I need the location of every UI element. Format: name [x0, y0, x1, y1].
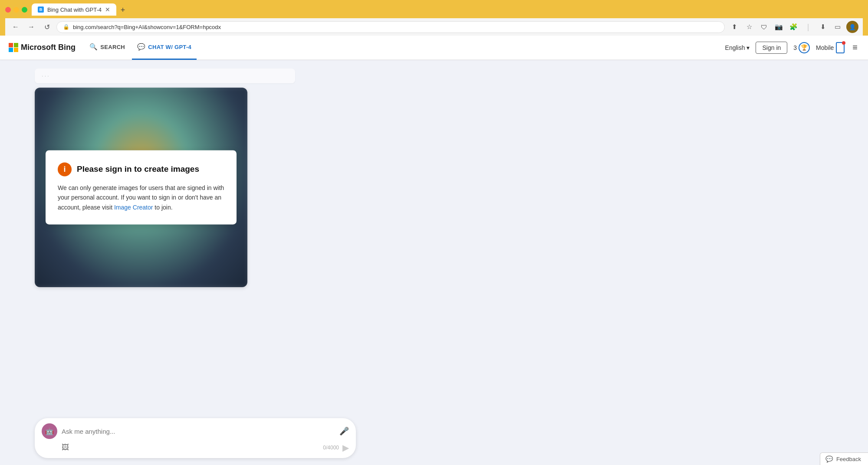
active-tab[interactable]: B Bing Chat with GPT-4 ✕: [32, 3, 116, 16]
header-right: English ▾ Sign in 3 🏆 Mobile ≡: [725, 41, 859, 54]
tab-title: Bing Chat with GPT-4: [47, 7, 102, 13]
refresh-button[interactable]: ↺: [41, 21, 53, 33]
toolbar-actions: ⬆ ☆ 🛡 📷 🧩 | ⬇ ▭ 👤: [728, 21, 858, 33]
chat-input-row: 🤖 🎤: [42, 423, 349, 439]
user-avatar[interactable]: 👤: [846, 21, 858, 33]
nav-chat[interactable]: 💬 CHAT w/ GPT-4: [132, 36, 197, 60]
mobile-icon: [836, 42, 845, 53]
chat-area: · · · i Please sign in to create images …: [0, 69, 391, 463]
rewards-count: 3: [793, 44, 797, 51]
browser-title-bar: B Bing Chat with GPT-4 ✕ +: [5, 3, 863, 16]
url-bar[interactable]: 🔒 bing.com/search?q=Bing+AI&showconv=1&F…: [56, 21, 725, 33]
overlay-title: Please sign in to create images: [77, 164, 199, 174]
nav-chat-label: CHAT w/ GPT-4: [148, 44, 191, 50]
notification-dot: [842, 41, 845, 45]
browser-tabs: B Bing Chat with GPT-4 ✕ +: [32, 3, 815, 16]
divider: |: [802, 21, 814, 33]
mobile-section[interactable]: Mobile: [816, 42, 845, 53]
chat-input-wrapper: 🤖 🎤 🖼 0/4000 ▶: [35, 418, 356, 458]
desc-after-link: to join.: [153, 204, 172, 211]
lock-icon: 🔒: [63, 24, 69, 30]
tab-favicon: B: [38, 7, 44, 13]
sign-in-button[interactable]: Sign in: [756, 42, 787, 54]
browser-chrome: B Bing Chat with GPT-4 ✕ + ← → ↺ 🔒 bing.…: [0, 0, 868, 36]
download-icon[interactable]: ⬇: [817, 21, 829, 33]
overlay-description: We can only generate images for users th…: [58, 183, 224, 212]
image-generation-card: i Please sign in to create images We can…: [35, 88, 247, 287]
url-text: bing.com/search?q=Bing+AI&showconv=1&FOR…: [73, 24, 718, 30]
chat-bot-avatar: 🤖: [42, 423, 57, 439]
send-button[interactable]: ▶: [342, 442, 349, 453]
feedback-label: Feedback: [836, 456, 861, 462]
traffic-light-close[interactable]: [5, 7, 11, 13]
rewards-icon: 🏆: [799, 42, 810, 53]
ms-sq-green: [14, 43, 18, 47]
chevron-down-icon: ▾: [746, 44, 750, 51]
search-nav-icon: 🔍: [89, 43, 98, 51]
chat-input-bottom: 🖼 0/4000 ▶: [42, 442, 349, 453]
bing-app: Microsoft Bing 🔍 SEARCH 💬 CHAT w/ GPT-4 …: [0, 36, 868, 463]
nav-search[interactable]: 🔍 SEARCH: [84, 36, 130, 60]
tab-close-button[interactable]: ✕: [105, 6, 110, 13]
ms-sq-blue: [9, 48, 13, 52]
new-tab-button[interactable]: +: [117, 4, 128, 16]
ms-sq-red: [9, 43, 13, 47]
camera-icon[interactable]: 📷: [773, 21, 785, 33]
chat-input[interactable]: [62, 428, 335, 435]
sidebar-icon[interactable]: ▭: [832, 21, 844, 33]
extensions-icon[interactable]: 🧩: [787, 21, 799, 33]
character-count: 0/4000: [323, 445, 339, 451]
mobile-text: Mobile: [816, 44, 834, 51]
microphone-button[interactable]: 🎤: [339, 426, 349, 436]
header-nav: 🔍 SEARCH 💬 CHAT w/ GPT-4: [84, 36, 717, 60]
chat-nav-icon: 💬: [137, 43, 145, 51]
bookmark-icon[interactable]: ☆: [743, 21, 755, 33]
bing-main: · · · i Please sign in to create images …: [0, 60, 868, 463]
forward-button[interactable]: →: [25, 21, 37, 33]
traffic-light-minimize[interactable]: [13, 7, 19, 13]
traffic-lights: [5, 7, 27, 13]
shield-icon[interactable]: 🛡: [758, 21, 770, 33]
browser-toolbar: ← → ↺ 🔒 bing.com/search?q=Bing+AI&showco…: [5, 18, 863, 36]
sign-in-overlay: i Please sign in to create images We can…: [46, 150, 237, 224]
language-text: English: [725, 44, 745, 51]
image-attach-button[interactable]: 🖼: [62, 443, 69, 452]
language-selector[interactable]: English ▾: [725, 44, 750, 51]
feedback-button[interactable]: 💬 Feedback: [820, 452, 868, 463]
info-icon: i: [58, 162, 72, 176]
share-icon[interactable]: ⬆: [728, 21, 740, 33]
ms-sq-yellow: [14, 48, 18, 52]
back-button[interactable]: ←: [10, 21, 22, 33]
partial-content: · · ·: [42, 73, 49, 79]
image-creator-link[interactable]: Image Creator: [114, 204, 153, 211]
rewards-badge[interactable]: 3 🏆: [793, 42, 810, 53]
overlay-title-row: i Please sign in to create images: [58, 162, 224, 176]
microsoft-logo: [9, 43, 18, 52]
bing-header: Microsoft Bing 🔍 SEARCH 💬 CHAT w/ GPT-4 …: [0, 36, 868, 60]
feedback-icon: 💬: [825, 455, 833, 462]
hamburger-menu[interactable]: ≡: [851, 41, 859, 54]
bing-logo[interactable]: Microsoft Bing: [9, 43, 76, 52]
nav-search-label: SEARCH: [100, 44, 125, 50]
previous-message-partial: · · ·: [35, 69, 295, 83]
traffic-light-maximize[interactable]: [22, 7, 27, 13]
chat-input-container: 🤖 🎤 🖼 0/4000 ▶: [0, 413, 868, 463]
bing-logo-text: Microsoft Bing: [21, 43, 76, 52]
bot-avatar-icon: 🤖: [45, 427, 54, 436]
